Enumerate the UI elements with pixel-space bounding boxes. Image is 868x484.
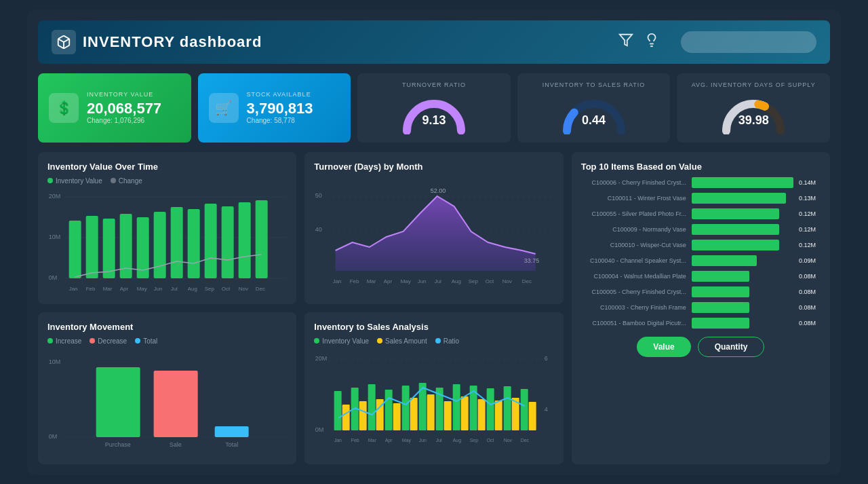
header-logo	[52, 30, 76, 54]
legend-dot-ratio	[435, 338, 441, 343]
top10-title: Top 10 Items Based on Value	[581, 162, 821, 172]
inventory-sales-label: INVENTORY TO SALES RATIO	[542, 81, 646, 88]
top-item-label: C100006 - Cherry Finished Cryst...	[581, 179, 686, 186]
inventory-value-icon: 💲	[49, 93, 79, 123]
header-search[interactable]	[681, 31, 816, 53]
top-item-bar-wrap	[692, 286, 793, 297]
legend-dot-sales	[377, 338, 382, 343]
svg-rect-80	[427, 394, 435, 430]
kpi-inventory-sales-ratio: INVENTORY TO SALES RATIO 0.44	[517, 73, 671, 143]
stock-available-label: STOCK AVAILABLE	[247, 91, 340, 98]
legend-total: Total	[135, 337, 157, 345]
top-item: C100003 - Cherry Finish Frame 0.08M	[581, 302, 821, 313]
top-item-bar	[692, 193, 787, 204]
sales-analysis-title: Inventory to Sales Analysis	[314, 322, 553, 332]
svg-text:Jan: Jan	[333, 278, 342, 284]
svg-text:Nov: Nov	[502, 278, 512, 284]
svg-text:Sep: Sep	[469, 278, 479, 284]
top-item: C100055 - Silver Plated Photo Fr... 0.12…	[581, 208, 821, 219]
svg-text:6: 6	[545, 355, 548, 362]
value-button[interactable]: Value	[637, 337, 690, 357]
top-item-bar-wrap	[692, 302, 793, 313]
svg-rect-82	[444, 401, 452, 430]
filter-icon[interactable]	[618, 33, 633, 51]
dashboard: INVENTORY dashboard 💲 INVENTORY VALUE	[27, 10, 841, 475]
legend-sales-amount: Sales Amount	[377, 337, 427, 345]
svg-rect-92	[529, 402, 536, 430]
top-item-value: 0.12M	[799, 242, 821, 248]
svg-text:Jun: Jun	[154, 286, 163, 292]
turnover-ratio-gauge: 9.13	[400, 94, 468, 134]
kpi-turnover-ratio: TURNOVER RATIO 9.13	[357, 73, 511, 143]
inventory-value-number: 20,068,577	[87, 100, 180, 117]
svg-rect-10	[69, 221, 81, 278]
lightbulb-icon[interactable]	[644, 33, 659, 51]
svg-rect-16	[171, 207, 183, 278]
svg-marker-1	[620, 35, 632, 46]
svg-rect-89	[504, 386, 511, 430]
top-item: C100040 - Channel Speaker Syst... 0.09M	[581, 255, 821, 266]
avg-inventory-days-value: 39.98	[738, 113, 769, 128]
turnover-ratio-value: 9.13	[422, 113, 446, 128]
top-item-bar-wrap	[692, 271, 793, 282]
svg-rect-70	[342, 405, 350, 430]
legend-ratio-label: Ratio	[443, 337, 459, 345]
svg-text:Sep: Sep	[205, 286, 215, 292]
top-item-bar	[692, 286, 750, 297]
inventory-sales-value: 0.44	[582, 113, 606, 128]
svg-text:0M: 0M	[49, 433, 58, 440]
svg-rect-87	[487, 388, 494, 430]
sales-analysis-legend: Inventory Value Sales Amount Ratio	[314, 337, 553, 345]
inventory-movement-chart: Inventory Movement Increase Decrease Tot…	[38, 312, 296, 464]
inventory-value-label: INVENTORY VALUE	[87, 91, 180, 98]
svg-text:52.00: 52.00	[431, 187, 446, 194]
top-item-label: C100040 - Channel Speaker Syst...	[581, 257, 686, 264]
top-item: C100010 - Wisper-Cut Vase 0.12M	[581, 240, 821, 250]
quantity-button[interactable]: Quantity	[698, 337, 765, 357]
svg-rect-61	[215, 426, 249, 437]
svg-text:Nov: Nov	[504, 438, 513, 443]
svg-text:Total: Total	[225, 441, 238, 448]
top-item: C100011 - Winter Frost Vase 0.13M	[581, 193, 821, 204]
top-item-value: 0.12M	[799, 210, 821, 217]
turnover-days-chart: Turnover (Days) by Month 50 40	[304, 152, 563, 304]
inventory-value-svg: 20M 10M 0M	[47, 190, 287, 292]
top-item-label: C100005 - Cherry Finished Cryst...	[581, 288, 686, 295]
top-item: C100051 - Bamboo Digital Picutr... 0.08M	[581, 318, 821, 329]
svg-rect-11	[86, 216, 98, 278]
svg-text:20M: 20M	[49, 193, 61, 200]
svg-text:Feb: Feb	[350, 278, 359, 284]
legend-change: Change	[111, 177, 142, 185]
top10-chart: Top 10 Items Based on Value C100006 - Ch…	[572, 152, 830, 464]
legend-dot-increase	[47, 338, 53, 343]
svg-rect-77	[402, 386, 410, 430]
inventory-value-chart: Inventory Value Over Time Inventory Valu…	[38, 152, 296, 304]
top10-buttons: Value Quantity	[581, 337, 821, 357]
svg-text:Sale: Sale	[170, 441, 182, 448]
turnover-days-svg: 50 40 52.00 33.75 Jan	[314, 183, 553, 291]
svg-text:May: May	[401, 278, 411, 284]
top-item-label: C100003 - Cherry Finish Frame	[581, 304, 686, 311]
legend-inv-value-label: Inventory Value	[322, 337, 369, 345]
legend-dot-total	[135, 338, 140, 343]
svg-rect-78	[410, 398, 418, 430]
top-item-label: C100055 - Silver Plated Photo Fr...	[581, 210, 686, 217]
top-item-bar	[692, 177, 793, 188]
legend-increase: Increase	[47, 337, 81, 345]
title-bold: INVENTORY	[83, 33, 175, 50]
header: INVENTORY dashboard	[38, 20, 830, 64]
legend-sales-label: Sales Amount	[385, 337, 427, 345]
legend-inv-value: Inventory Value	[314, 337, 369, 345]
svg-rect-73	[368, 384, 376, 430]
svg-text:Jan: Jan	[334, 438, 342, 443]
inventory-value-chart-legend: Inventory Value Change	[47, 177, 287, 185]
svg-text:0M: 0M	[315, 426, 324, 433]
svg-text:Purchase: Purchase	[105, 441, 131, 448]
svg-text:Oct: Oct	[487, 438, 494, 443]
top-item-bar	[692, 255, 757, 266]
svg-text:Jul: Jul	[436, 438, 442, 443]
svg-text:Apr: Apr	[385, 438, 393, 443]
svg-text:Dec: Dec	[256, 286, 265, 292]
svg-marker-38	[336, 196, 536, 271]
svg-text:33.75: 33.75	[524, 257, 540, 264]
